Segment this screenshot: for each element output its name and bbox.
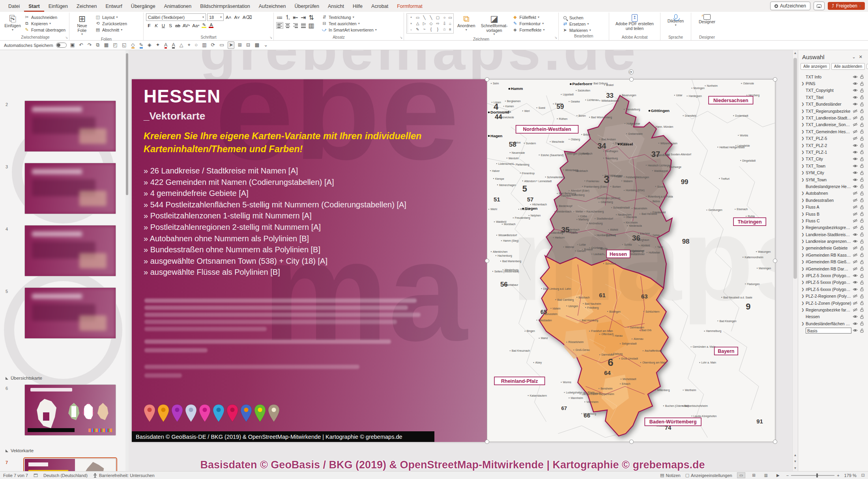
layer-item--gemeinden-rb-gie-en-poly-[interactable]: ❯#Gemeinden RB Gießen (Poly… (798, 259, 868, 265)
layer-item-txt-town[interactable]: ❯TXT_Town (798, 162, 868, 169)
thumbnail-scrollbar[interactable] (125, 50, 129, 471)
slide-caption[interactable]: Basisdaten © GeoBasis-DE / BKG (2019) & … (132, 431, 434, 442)
layer-item-txt-plz-5[interactable]: ❯TXT_PLZ-5 (798, 135, 868, 142)
layer-item-txt-plz-2[interactable]: ❯TXT_PLZ-2 (798, 142, 868, 149)
align-right-button[interactable] (292, 22, 299, 29)
thumbnail-slide-2[interactable] (24, 101, 116, 152)
layer-item-txt-gemeinden-hessen[interactable]: ❯TXT_Gemeinden Hessen (798, 128, 868, 135)
increase-indent-button[interactable]: ⇥ (300, 14, 307, 21)
canvas-scrollbar[interactable]: ▲ ▲ ▼ ▼ (792, 50, 798, 471)
visibility-eye-icon[interactable] (851, 328, 859, 332)
visibility-eye-off-icon[interactable] (851, 130, 859, 134)
columns-button[interactable]: ▥ (308, 22, 315, 29)
unlock-icon[interactable] (859, 109, 866, 113)
tab-acrobat[interactable]: Acrobat (367, 1, 393, 12)
unlock-icon[interactable] (859, 184, 866, 188)
shape-icon[interactable]: { (428, 26, 434, 32)
unlock-icon[interactable] (859, 315, 866, 319)
shape-icon[interactable]: ≡ (448, 26, 453, 32)
unlock-icon[interactable] (859, 129, 866, 134)
expand-chevron-icon[interactable]: ❯ (801, 212, 806, 216)
layer-item--plz-5-6xxxx-polygone-[interactable]: ❯#PLZ-5 6xxxx (Polygone) (798, 286, 868, 293)
anchor-icon[interactable]: ⌖ (187, 42, 191, 48)
expand-chevron-icon[interactable]: ❯ (801, 294, 806, 298)
zoom-icon[interactable]: ○ (194, 42, 198, 48)
shape-outline-button[interactable]: ✎Formkontur▾ (511, 21, 546, 26)
unlock-icon[interactable] (859, 150, 866, 154)
justify-button[interactable] (300, 22, 307, 29)
layer-item-bundesstra-en[interactable]: ❯Bundesstraßen (798, 197, 868, 203)
unlock-icon[interactable] (859, 246, 866, 250)
send-backward-icon[interactable]: ◱ (121, 42, 127, 48)
expand-chevron-icon[interactable]: ❯ (801, 102, 806, 106)
shape-icon[interactable]: ⌂ (448, 21, 453, 26)
expand-chevron-icon[interactable]: ❯ (801, 164, 806, 168)
visibility-eye-icon[interactable] (851, 287, 859, 291)
layer-item-landkreise-angrenzende-bl-p-[interactable]: ❯Landkreise angrenzende BL (P… (798, 238, 868, 244)
visibility-eye-icon[interactable] (851, 95, 859, 99)
display-settings-icon[interactable]: 🗔 (34, 473, 38, 478)
unlock-icon[interactable] (859, 136, 866, 141)
unlock-icon[interactable] (859, 143, 866, 147)
layer-item-bundesl-nderfl-chen-sonstige-[interactable]: ❯Bundesländerflächen sonstige … (798, 320, 868, 327)
save-icon[interactable]: ▣ (69, 42, 76, 48)
thumbnail-slide-4[interactable] (24, 225, 116, 276)
tab-aufzeichnen[interactable]: Aufzeichnen (254, 1, 290, 12)
dictate-button[interactable]: Diktieren▾ (666, 13, 686, 28)
shape-icon[interactable]: ○ (441, 15, 448, 21)
resize-handle-se[interactable] (773, 440, 777, 444)
show-all-button[interactable]: Alle anzeigen (801, 63, 830, 70)
tab-bildschirmpräsentation[interactable]: Bildschirmpräsentation (196, 1, 254, 12)
thumbnail-slide-3[interactable] (24, 163, 116, 214)
align-left-button[interactable] (276, 22, 283, 29)
visibility-eye-icon[interactable] (851, 102, 859, 106)
expand-chevron-icon[interactable]: ❯ (801, 150, 806, 154)
layer-item-txt-bundesl-nder[interactable]: ❯TXT_Bundesländer (798, 101, 868, 108)
resize-handle-ne[interactable] (773, 77, 777, 82)
text-outline-icon[interactable]: A (171, 42, 176, 48)
previous-slide-icon[interactable]: ▲ (793, 453, 798, 457)
resize-handle-w[interactable] (485, 259, 489, 263)
line-spacing-button[interactable]: ⇅ (308, 14, 315, 21)
designer-button[interactable]: Designer (697, 13, 717, 25)
visibility-eye-icon[interactable] (851, 322, 859, 326)
fit-to-window-icon[interactable]: ⊡ (861, 473, 865, 478)
layer-item-txt-landkreise-stadtkreise-h-[interactable]: ❯TXT_Landkreise-Stadtkreise H… (798, 114, 868, 121)
slide-text-panel[interactable]: ebe ma HESSEN _Vektorkarte Kreieren Sie … (132, 79, 487, 442)
expand-chevron-icon[interactable]: ❯ (801, 123, 806, 127)
expand-chevron-icon[interactable]: ❯ (801, 226, 806, 229)
unlock-icon[interactable] (859, 116, 866, 120)
unlock-icon[interactable] (859, 239, 866, 244)
more-commands-icon[interactable]: ⌄ (263, 42, 268, 48)
visibility-eye-off-icon[interactable] (851, 191, 859, 195)
shape-icon[interactable]: ~ (421, 26, 428, 32)
layer-item-txt-landkreise-sonstige[interactable]: ❯TXT_Landkreise_Sonstige (798, 121, 868, 128)
outline-color-icon[interactable]: ✎ (138, 42, 144, 48)
expand-chevron-icon[interactable]: ❯ (801, 178, 806, 182)
notes-button[interactable]: ▤Notizen (660, 473, 681, 478)
tab-übergänge[interactable]: Übergänge (127, 1, 160, 12)
layer-item-hessen[interactable]: Hessen (798, 313, 868, 320)
record-button[interactable]: Aufzeichnen (770, 2, 810, 10)
visibility-eye-icon[interactable] (851, 157, 859, 161)
unlock-icon[interactable] (859, 260, 866, 264)
grow-font-button[interactable]: A˄ (225, 14, 232, 21)
layer-item-sym-town[interactable]: ❯SYM_Town (798, 176, 868, 183)
visibility-eye-off-icon[interactable] (851, 253, 859, 257)
tab-hilfe[interactable]: Hilfe (348, 1, 367, 12)
redo-icon[interactable]: ↷ (87, 42, 92, 48)
visibility-eye-icon[interactable] (851, 171, 859, 175)
expand-chevron-icon[interactable]: ❯ (801, 246, 806, 250)
layer-item-autobahnen[interactable]: ❯Autobahnen (798, 190, 868, 197)
tab-formformat[interactable]: Formformat (393, 1, 427, 12)
thumbnail-slide-6[interactable] (24, 384, 116, 436)
cut-button[interactable]: ✂Ausschneiden (23, 14, 67, 20)
duplicate-icon[interactable]: ▦ (103, 42, 109, 48)
unlock-icon[interactable] (859, 171, 866, 175)
slide-title[interactable]: HESSEN (144, 86, 221, 107)
paste-button[interactable]: ⎘ Einfügen▾ (4, 13, 21, 32)
visibility-eye-icon[interactable] (851, 315, 859, 319)
bullets-button[interactable]: ≔ (276, 14, 283, 21)
autosave-toggle[interactable] (56, 43, 67, 48)
next-slide-icon[interactable]: ▼ (793, 460, 798, 463)
